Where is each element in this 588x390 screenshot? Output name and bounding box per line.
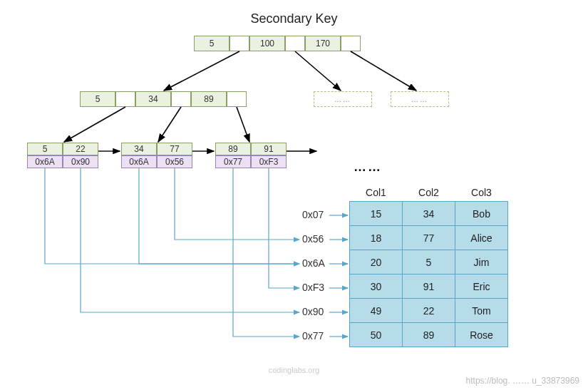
row-address-label: 0x56 (302, 233, 324, 245)
root-key-2: 170 (305, 36, 341, 51)
col-header-2: Col2 (403, 184, 455, 202)
leaf-continuation-dots: …… (354, 160, 382, 175)
leaf2-key1: 91 (251, 143, 287, 155)
l1-key-2: 89 (191, 91, 227, 107)
svg-line-3 (64, 107, 125, 142)
table-cell: 30 (350, 274, 403, 299)
leaf-node-2: 89 91 0x77 0xF3 (215, 143, 287, 168)
table-cell: Tom (455, 299, 508, 323)
watermark-center: codinglabs.org (0, 366, 588, 374)
table-cell: 77 (403, 226, 455, 250)
table-cell: 18 (350, 226, 403, 250)
svg-line-0 (164, 51, 239, 91)
row-address-label: 0x77 (302, 330, 324, 342)
table-cell: 50 (350, 323, 403, 347)
watermark-right: https://blog. …… u_33873969 (0, 376, 588, 386)
leaf0-key1: 22 (63, 143, 98, 155)
svg-line-1 (295, 51, 341, 91)
table-cell: Rose (455, 323, 508, 347)
root-key-0: 5 (194, 36, 229, 51)
leaf0-ptr0: 0x6A (27, 155, 63, 168)
l1-ptr-2 (227, 91, 247, 107)
table-cell: 22 (403, 299, 455, 323)
table-cell: Jim (455, 250, 508, 274)
leaf1-key1: 77 (157, 143, 192, 155)
l1-ptr-1 (171, 91, 191, 107)
root-ptr-0 (229, 36, 249, 51)
row-address-label: 0x90 (302, 306, 324, 317)
row-address-label: 0x07 (302, 209, 324, 220)
table-cell: 89 (403, 323, 455, 347)
table-row: 5089Rose (350, 323, 508, 347)
table-cell: 34 (403, 202, 455, 226)
leaf-node-0: 5 22 0x6A 0x90 (27, 143, 98, 168)
table-row: 3091Eric (350, 274, 508, 299)
svg-line-2 (351, 51, 416, 91)
internal-node-placeholder-2: …… (391, 91, 449, 107)
leaf2-ptr0: 0x77 (215, 155, 251, 168)
table-cell: Bob (455, 202, 508, 226)
table-row: 4922Tom (350, 299, 508, 323)
table-cell: 91 (403, 274, 455, 299)
table-row: 1534Bob (350, 202, 508, 226)
svg-line-5 (237, 107, 249, 142)
svg-line-4 (158, 107, 181, 142)
table-cell: Eric (455, 274, 508, 299)
internal-node-placeholder-1: …… (314, 91, 372, 107)
root-node: 5 100 170 (194, 36, 361, 51)
data-table: Col1 Col2 Col3 1534Bob1877Alice205Jim309… (349, 184, 508, 347)
root-ptr-2 (341, 36, 361, 51)
diagram-title: Secondary Key (0, 11, 588, 26)
row-address-label: 0xF3 (302, 282, 324, 293)
table-cell: 49 (350, 299, 403, 323)
l1-ptr-0 (115, 91, 135, 107)
table-row: 205Jim (350, 250, 508, 274)
row-address-label: 0x6A (302, 257, 325, 269)
root-ptr-1 (285, 36, 305, 51)
table-cell: 5 (403, 250, 455, 274)
l1-key-0: 5 (80, 91, 115, 107)
col-header-1: Col1 (350, 184, 403, 202)
leaf2-ptr1: 0xF3 (251, 155, 287, 168)
l1-key-1: 34 (135, 91, 171, 107)
leaf2-key0: 89 (215, 143, 251, 155)
internal-node-left: 5 34 89 (80, 91, 247, 107)
leaf1-ptr0: 0x6A (121, 155, 157, 168)
table-cell: 20 (350, 250, 403, 274)
root-key-1: 100 (249, 36, 285, 51)
table-cell: Alice (455, 226, 508, 250)
leaf1-ptr1: 0x56 (157, 155, 192, 168)
table-cell: 15 (350, 202, 403, 226)
leaf0-ptr1: 0x90 (63, 155, 98, 168)
table-row: 1877Alice (350, 226, 508, 250)
col-header-3: Col3 (455, 184, 508, 202)
leaf0-key0: 5 (27, 143, 63, 155)
leaf1-key0: 34 (121, 143, 157, 155)
leaf-node-1: 34 77 0x6A 0x56 (121, 143, 192, 168)
